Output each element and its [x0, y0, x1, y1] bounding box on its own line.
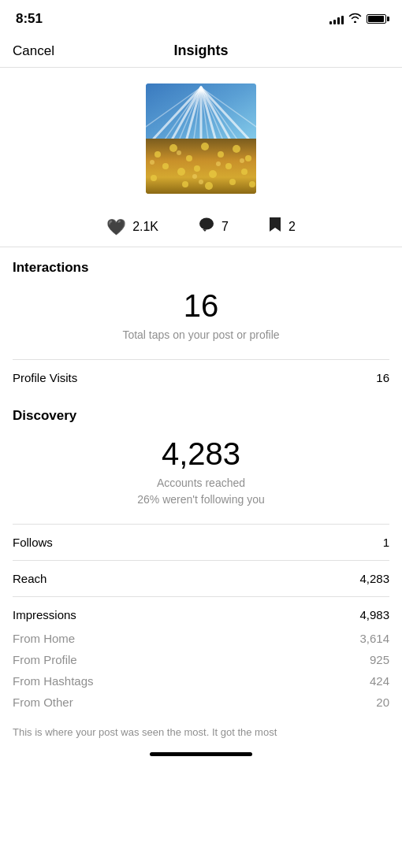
page-title: Insights	[173, 43, 228, 59]
from-hashtags-label: From Hashtags	[13, 674, 94, 688]
bookmark-icon	[268, 216, 282, 237]
comment-icon	[198, 216, 215, 237]
profile-visits-row: Profile Visits 16	[13, 359, 389, 395]
svg-point-28	[225, 163, 232, 169]
interactions-title: Interactions	[13, 260, 389, 276]
svg-point-33	[229, 179, 236, 185]
svg-point-41	[199, 218, 214, 230]
svg-point-19	[186, 155, 192, 161]
svg-point-35	[150, 160, 154, 165]
from-other-value: 20	[376, 696, 389, 709]
svg-point-37	[192, 174, 197, 179]
impressions-header-row: Impressions 4,983	[13, 608, 389, 621]
from-other-row: From Other 20	[13, 692, 389, 713]
svg-point-22	[233, 145, 240, 153]
svg-point-36	[177, 150, 181, 155]
comments-value: 7	[221, 220, 229, 234]
interactions-big-number: 16	[13, 288, 389, 324]
bottom-bar	[0, 746, 402, 759]
svg-point-32	[205, 182, 213, 190]
from-other-label: From Other	[13, 696, 73, 709]
from-home-value: 3,614	[359, 632, 389, 645]
svg-point-27	[209, 170, 217, 178]
nav-header: Cancel Insights	[0, 35, 402, 68]
footer-text: This is where your post was seen the mos…	[0, 713, 402, 746]
svg-point-38	[216, 161, 221, 166]
heart-icon: 🖤	[106, 217, 126, 236]
svg-point-40	[199, 180, 203, 184]
reach-row: Reach 4,283	[13, 560, 389, 596]
discovery-title: Discovery	[13, 408, 389, 424]
svg-point-29	[241, 169, 248, 175]
follows-row: Follows 1	[13, 524, 389, 560]
reach-value: 4,283	[359, 572, 389, 585]
impressions-value: 4,983	[359, 608, 389, 621]
flowers-layer	[146, 139, 256, 194]
likes-value: 2.1K	[132, 220, 158, 234]
impressions-group: Impressions 4,983 From Home 3,614 From P…	[13, 596, 389, 713]
from-home-label: From Home	[13, 632, 75, 645]
status-bar: 8:51	[0, 0, 402, 35]
from-home-row: From Home 3,614	[13, 628, 389, 649]
likes-stat: 🖤 2.1K	[106, 216, 158, 237]
follows-value: 1	[383, 536, 389, 549]
svg-point-30	[151, 175, 157, 181]
saves-value: 2	[288, 220, 296, 234]
post-image-container	[0, 68, 402, 206]
follows-label: Follows	[13, 536, 53, 549]
cancel-button[interactable]: Cancel	[13, 43, 54, 59]
home-indicator	[150, 752, 252, 756]
from-hashtags-value: 424	[370, 674, 389, 688]
from-profile-row: From Profile 925	[13, 649, 389, 670]
saves-stat: 2	[268, 216, 296, 237]
discovery-big-number-label: Accounts reached 26% weren't following y…	[13, 475, 389, 508]
svg-point-26	[194, 165, 200, 172]
from-profile-label: From Profile	[13, 653, 77, 666]
comments-stat: 7	[198, 216, 229, 237]
svg-point-25	[177, 168, 185, 176]
sky-layer	[146, 83, 256, 144]
signal-icon	[329, 13, 344, 24]
discovery-section: Discovery 4,283 Accounts reached 26% wer…	[0, 395, 402, 713]
svg-point-34	[249, 181, 255, 187]
wifi-icon	[348, 13, 362, 25]
engagement-stats: 🖤 2.1K 7 2	[0, 206, 402, 247]
svg-point-24	[162, 163, 169, 169]
interactions-big-number-label: Total taps on your post or profile	[13, 327, 389, 343]
profile-visits-label: Profile Visits	[13, 371, 77, 384]
svg-marker-42	[203, 229, 207, 232]
battery-icon	[367, 14, 386, 24]
svg-point-17	[154, 151, 161, 158]
reach-label: Reach	[13, 572, 47, 585]
from-profile-value: 925	[370, 653, 389, 666]
svg-point-21	[218, 151, 224, 158]
discovery-big-number: 4,283	[13, 436, 389, 472]
interactions-section: Interactions 16 Total taps on your post …	[0, 247, 402, 395]
svg-point-39	[240, 158, 244, 163]
svg-point-20	[201, 143, 209, 150]
profile-visits-value: 16	[376, 371, 389, 384]
status-icons	[329, 13, 386, 25]
svg-point-31	[182, 181, 188, 187]
svg-point-18	[169, 144, 177, 152]
impressions-label: Impressions	[13, 608, 76, 621]
status-time: 8:51	[16, 11, 43, 27]
from-hashtags-row: From Hashtags 424	[13, 670, 389, 692]
post-image	[146, 83, 256, 194]
svg-point-23	[245, 155, 251, 161]
